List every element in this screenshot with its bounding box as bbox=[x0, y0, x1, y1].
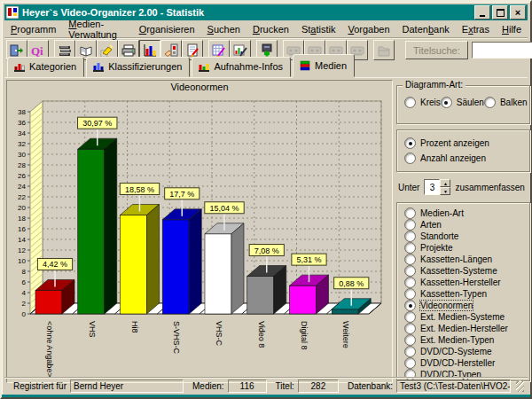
summarize-row: Unter ▲ ▼ zusammenfassen bbox=[398, 176, 530, 199]
summarize-count-input[interactable] bbox=[424, 179, 440, 195]
summarize-suffix-label: zusammenfassen bbox=[455, 183, 524, 192]
statusbar: Registriert für Bernd Heyer Medien: 116 … bbox=[4, 378, 528, 394]
radio-label: DVD/CD-Hersteller bbox=[420, 358, 495, 368]
radio-kreis[interactable]: Kreis bbox=[404, 97, 441, 108]
svg-text:Qi: Qi bbox=[31, 44, 43, 58]
svg-text:16: 16 bbox=[18, 225, 26, 233]
tab-aufnahme-infos[interactable]: Aufnahme-Infos bbox=[192, 57, 291, 77]
radio-label: Projekte bbox=[420, 243, 453, 253]
radio-circle-icon bbox=[404, 153, 416, 164]
radio-label: Anzahl anzeigen bbox=[420, 153, 486, 163]
media-stack-icon bbox=[58, 43, 72, 58]
diagram-type-group: Diagramm-Art: KreisSäulenBalken bbox=[396, 85, 530, 124]
radio-circle-icon bbox=[404, 242, 416, 254]
radio-kassetten-langen[interactable]: Kassetten-Längen bbox=[404, 254, 522, 265]
title-search-input[interactable] bbox=[472, 42, 532, 59]
radio-kassetten-hersteller[interactable]: Kassetten-Hersteller bbox=[404, 277, 522, 288]
spin-down-button[interactable]: ▼ bbox=[440, 187, 450, 195]
radio-prozent-anzeigen[interactable]: Prozent anzeigen bbox=[404, 137, 522, 149]
menu-item-statistik[interactable]: Statistik bbox=[295, 22, 342, 36]
svg-text:<ohne Angabe>: <ohne Angabe> bbox=[45, 321, 54, 378]
radio-ext-medien-systeme[interactable]: Ext. Medien-Systeme bbox=[404, 311, 522, 323]
chart-pencil-icon bbox=[233, 43, 247, 58]
radio-projekte[interactable]: Projekte bbox=[404, 242, 522, 254]
menu-item-hilfe[interactable]: Hilfe bbox=[496, 22, 528, 36]
menu-item-vorgaben[interactable]: Vorgaben bbox=[341, 22, 395, 36]
radio-label: Standorte bbox=[420, 231, 458, 241]
datenbank-label: Datenbank: bbox=[348, 381, 393, 391]
window-controls: × bbox=[474, 5, 526, 20]
tab-klassifizierungen[interactable]: Klassifizierungen bbox=[86, 57, 190, 77]
classifications-chart-icon bbox=[92, 61, 105, 72]
medien-count: 116 bbox=[228, 379, 267, 393]
toolbar-group bbox=[373, 40, 395, 60]
radio-circle-icon bbox=[404, 277, 416, 288]
minimize-button[interactable] bbox=[474, 5, 490, 20]
radio-circle-icon bbox=[404, 357, 416, 369]
titel-label: Titel: bbox=[276, 381, 294, 391]
radio-circle-icon bbox=[404, 219, 416, 231]
app-window: Heyer`s Video-Organizer 2.00 - Statistik… bbox=[0, 0, 532, 399]
radio-label: Kassetten-Längen bbox=[420, 254, 492, 264]
radio-anzahl-anzeigen[interactable]: Anzahl anzeigen bbox=[404, 153, 522, 164]
radio-saulen[interactable]: Säulen bbox=[441, 97, 484, 108]
svg-text:34: 34 bbox=[18, 129, 26, 137]
maximize-button[interactable] bbox=[492, 5, 508, 20]
tab-medien[interactable]: Medien bbox=[293, 54, 355, 77]
radio-circle-icon bbox=[404, 346, 416, 357]
menu-item-organisieren[interactable]: Organisieren bbox=[133, 22, 201, 36]
radio-dvd-cd-hersteller[interactable]: DVD/CD-Hersteller bbox=[404, 357, 522, 369]
radio-circle-icon bbox=[404, 288, 416, 300]
radio-ext-medien-hersteller[interactable]: Ext. Medien-Hersteller bbox=[404, 323, 522, 334]
switch-hand-icon bbox=[164, 43, 178, 58]
radio-label: Säulen bbox=[457, 98, 484, 107]
main-area: Videonormen 0246810121416182022242628303… bbox=[4, 77, 528, 384]
registered-label: Registriert für bbox=[13, 381, 66, 391]
search-flashlight-icon bbox=[100, 43, 114, 58]
radio-arten[interactable]: Arten bbox=[404, 219, 522, 231]
svg-text:22: 22 bbox=[18, 193, 26, 201]
statistics-icon bbox=[143, 43, 157, 58]
radio-label: Kassetten-Systeme bbox=[420, 266, 497, 276]
media-chart-icon bbox=[299, 60, 311, 71]
resize-grip[interactable] bbox=[516, 380, 524, 392]
menu-item-datenbank[interactable]: Datenbank bbox=[396, 22, 456, 36]
radio-circle-icon bbox=[441, 97, 452, 108]
registered-value: Bernd Heyer bbox=[70, 379, 184, 393]
radio-circle-icon bbox=[404, 334, 416, 346]
tab-label: Aufnahme-Infos bbox=[214, 61, 283, 72]
radio-standorte[interactable]: Standorte bbox=[404, 231, 522, 242]
radio-circle-icon bbox=[404, 300, 416, 311]
radio-balken[interactable]: Balken bbox=[484, 97, 528, 108]
radio-kassetten-typen[interactable]: Kassetten-Typen bbox=[404, 288, 522, 300]
catalog-icon bbox=[79, 43, 93, 58]
tab-kategorien[interactable]: Kategorien bbox=[7, 57, 84, 77]
chart-panel: Videonormen 0246810121416182022242628303… bbox=[6, 80, 393, 383]
radio-videonormen[interactable]: Videonormen bbox=[404, 300, 522, 311]
options-panel: Diagramm-Art: KreisSäulenBalken Prozent … bbox=[395, 80, 532, 381]
svg-text:6: 6 bbox=[22, 278, 27, 286]
category-group: Medien-ArtArtenStandorteProjekteKassette… bbox=[396, 202, 530, 381]
add-media-icon bbox=[260, 43, 274, 58]
svg-text:5,31 %: 5,31 % bbox=[296, 255, 321, 264]
radio-ext-medien-typen[interactable]: Ext. Medien-Typen bbox=[404, 334, 522, 346]
svg-text:18: 18 bbox=[18, 215, 26, 223]
menu-item-programm[interactable]: Programm bbox=[4, 22, 62, 36]
close-button[interactable]: × bbox=[510, 5, 526, 20]
menu-item-suchen[interactable]: Suchen bbox=[201, 22, 246, 36]
svg-text:8: 8 bbox=[22, 268, 27, 276]
maximize-icon bbox=[497, 9, 505, 17]
menu-item-drucken[interactable]: Drucken bbox=[246, 22, 295, 36]
radio-label: Ext. Medien-Systeme bbox=[420, 312, 505, 322]
archive-icon bbox=[377, 43, 391, 58]
menu-item-extras[interactable]: Extras bbox=[456, 22, 496, 36]
svg-text:15,04 %: 15,04 % bbox=[209, 204, 239, 213]
radio-dvd-cd-systeme[interactable]: DVD/CD-Systeme bbox=[404, 346, 522, 357]
radio-medien-art[interactable]: Medien-Art bbox=[404, 207, 522, 219]
radio-kassetten-systeme[interactable]: Kassetten-Systeme bbox=[404, 265, 522, 277]
quickinfo-icon: Qi bbox=[31, 43, 45, 58]
datenbank-value: Test3 (C:\Test-Daten\HVO2-Test3\) bbox=[396, 379, 511, 393]
radio-circle-icon bbox=[404, 265, 416, 277]
spin-up-button[interactable]: ▲ bbox=[440, 179, 450, 187]
desktop-edge bbox=[2, 395, 530, 397]
